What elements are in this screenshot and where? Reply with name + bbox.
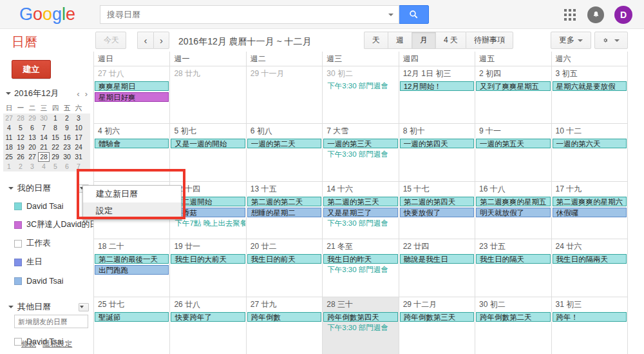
day-cell[interactable]: 7 大雪一週的第三天下午3:30 部門週會 (323, 124, 399, 181)
mini-day[interactable]: 21 (38, 143, 50, 152)
day-cell[interactable]: 19 廿一我生日的大前天 (170, 239, 246, 296)
view-button-天[interactable]: 天 (364, 32, 388, 49)
settings-gear-button[interactable] (594, 32, 628, 49)
allday-event[interactable]: 第二週爽爽的星期六 (553, 197, 627, 206)
day-cell[interactable]: 3 初五星期六就是要放假 (552, 66, 628, 123)
timed-event[interactable]: 下午3:30 部門週會 (323, 323, 397, 333)
collapse-icon[interactable] (6, 92, 11, 95)
notifications-button[interactable] (587, 6, 604, 23)
day-cell[interactable]: 27 廿九跨年倒數 (247, 297, 323, 354)
calendar-list-item[interactable]: 3C胖達人David的日曆 (0, 215, 93, 234)
day-cell[interactable]: 27 廿八爽爽星期日星期日好爽 (94, 66, 170, 123)
timed-event[interactable]: 下午3:30 部門週會 (323, 150, 397, 159)
allday-event[interactable]: 體驗會 (95, 139, 169, 148)
mini-day[interactable]: 9 (61, 123, 73, 133)
mini-day[interactable]: 4 (3, 123, 15, 133)
day-cell[interactable]: 17 十九第二週爽爽的星期六休假囉 (552, 182, 628, 239)
allday-event[interactable]: 一週的第六天 (553, 139, 627, 148)
mini-day[interactable]: 26 (15, 152, 26, 162)
day-cell[interactable]: 30 初二下午3:30 部門週會 (323, 66, 399, 123)
view-button-月[interactable]: 月 (412, 32, 435, 49)
mini-day[interactable]: 6 (61, 162, 73, 172)
day-cell[interactable]: 31 初三跨年！ (552, 297, 628, 354)
day-cell[interactable]: 6 初八一週的第二天 (247, 124, 323, 181)
day-cell[interactable]: 4 初六體驗會 (94, 124, 170, 181)
allday-event[interactable]: 跨年倒數第三天 (400, 312, 474, 322)
allday-event[interactable]: 想睡的星期二 (247, 208, 321, 217)
timed-event[interactable]: 下午3:30 部門週會 (323, 219, 397, 228)
day-cell[interactable]: 28 三十跨年倒數第四天下午3:30 部門週會 (323, 297, 399, 354)
mini-day[interactable]: 29 (50, 152, 61, 162)
privacy-link[interactable]: 隱私設定 (43, 340, 72, 348)
day-cell[interactable]: 22 廿四聽說是我生日 (399, 239, 475, 296)
allday-event[interactable]: 跨年倒數 (247, 312, 321, 322)
timed-event[interactable]: 下午3:30 部門週會 (323, 81, 397, 91)
day-cell[interactable]: 2 初四又到了爽爽星期五 (475, 66, 551, 123)
day-cell[interactable]: 12 十四第二週開始採香菇下午7點 晚上出去聚餐吧！ (170, 182, 246, 239)
calendar-list-item[interactable]: David Tsai (0, 271, 93, 290)
day-cell[interactable]: 20 廿二我生日的前天 (247, 239, 323, 296)
mini-day[interactable]: 5 (15, 123, 26, 133)
allday-event[interactable]: 我生日的大前天 (171, 254, 245, 264)
allday-event[interactable]: 採香菇 (171, 208, 245, 217)
day-cell[interactable]: 26 廿八快要跨年了 (170, 297, 246, 354)
mini-day[interactable]: 29 (26, 113, 38, 123)
mini-day[interactable]: 2 (15, 162, 26, 172)
calendar-list-item[interactable]: David Tsai (0, 197, 93, 215)
mini-day[interactable]: 24 (73, 143, 84, 152)
allday-event[interactable]: 聽說是我生日 (400, 254, 474, 264)
collapse-icon[interactable] (8, 187, 14, 190)
menu-item-建立新日曆[interactable]: 建立新日曆 (83, 186, 181, 202)
calendar-color-checkbox[interactable] (14, 240, 22, 248)
view-button-週[interactable]: 週 (388, 32, 412, 49)
day-cell[interactable]: 12月 1日 初三12月開始！ (399, 66, 475, 123)
allday-event[interactable]: 第二週的第四天 (400, 197, 474, 206)
day-cell[interactable]: 18 二十第二週的最後一天出門跑跑 (94, 239, 170, 296)
day-cell[interactable]: 29 十一月 (247, 66, 323, 123)
allday-event[interactable]: 第二週的第二天 (247, 197, 321, 206)
mini-day[interactable]: 3 (73, 113, 84, 123)
day-cell[interactable]: 24 廿六我生日的隔兩天 (552, 239, 628, 296)
allday-event[interactable]: 我生日的隔兩天 (553, 254, 627, 264)
mini-day[interactable]: 12 (15, 133, 26, 143)
mini-day[interactable]: 18 (3, 143, 15, 152)
day-cell[interactable]: 25 廿七聖誕節 (94, 297, 170, 354)
allday-event[interactable]: 一週的第三天 (323, 139, 397, 148)
search-options-icon[interactable] (388, 14, 393, 16)
day-cell[interactable]: 14 十六第二週的第三天又是星期三了下午3:30 部門週會 (323, 182, 399, 239)
mini-day[interactable]: 25 (3, 152, 15, 162)
mini-day[interactable]: 30 (61, 152, 73, 162)
mini-day[interactable]: 3 (26, 162, 38, 172)
mini-day[interactable]: 5 (50, 162, 61, 172)
view-button-待辦事項[interactable]: 待辦事項 (466, 32, 513, 49)
day-cell[interactable]: 29 十二月跨年倒數第三天 (399, 297, 475, 354)
allday-event[interactable]: 快要跨年了 (171, 312, 245, 322)
view-button-4 天[interactable]: 4 天 (435, 32, 466, 49)
mini-day[interactable]: 7 (38, 123, 50, 133)
prev-button[interactable]: ‹ (137, 32, 153, 49)
mini-day[interactable]: 22 (50, 143, 61, 152)
allday-event[interactable]: 第二週的第三天 (323, 197, 397, 206)
allday-event[interactable]: 我生日的隔天 (476, 254, 550, 264)
search-button[interactable] (399, 5, 429, 24)
avatar[interactable]: D (614, 6, 632, 24)
day-cell[interactable]: 9 十一一週的第五天 (475, 124, 551, 181)
timed-event[interactable]: 下午3:30 部門週會 (323, 265, 397, 275)
allday-event[interactable]: 一週的第四天 (400, 139, 474, 148)
allday-event[interactable]: 我生日的昨天 (323, 254, 397, 264)
mini-day[interactable]: 10 (73, 123, 84, 133)
mini-day[interactable]: 13 (26, 133, 38, 143)
mini-day[interactable]: 14 (38, 133, 50, 143)
mini-day[interactable]: 6 (26, 123, 38, 133)
timed-event[interactable]: 下午7點 晚上出去聚餐吧！ (171, 219, 245, 228)
mini-day[interactable]: 30 (38, 113, 50, 123)
mini-day[interactable]: 7 (73, 162, 84, 172)
more-button[interactable]: 更多 (551, 32, 591, 49)
allday-event[interactable]: 星期六就是要放假 (553, 81, 627, 91)
apps-grid-icon[interactable] (564, 9, 576, 21)
allday-event[interactable]: 爽爽星期日 (95, 81, 169, 91)
day-cell[interactable]: 5 初七又是一週的開始 (170, 124, 246, 181)
today-button[interactable]: 今天 (95, 32, 126, 49)
allday-event[interactable]: 又是星期三了 (323, 208, 397, 217)
mini-day[interactable]: 11 (3, 133, 15, 143)
